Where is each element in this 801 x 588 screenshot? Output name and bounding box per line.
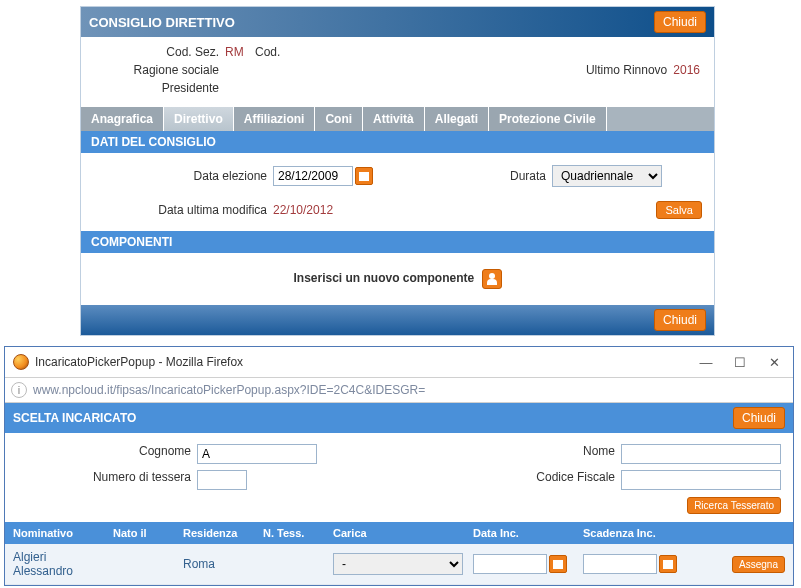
cell-scadenza-inc: Assegna — [579, 552, 789, 576]
tab-allegati[interactable]: Allegati — [425, 107, 489, 131]
tab-protezione-civile[interactable]: Protezione Civile — [489, 107, 607, 131]
scelta-incaricato-header: SCELTA INCARICATO Chiudi — [5, 403, 793, 433]
ultimo-rinnovo-value: 2016 — [673, 63, 700, 77]
maximize-button[interactable]: ☐ — [723, 351, 757, 373]
tabs: Anagrafica Direttivo Affiliazioni Coni A… — [81, 107, 714, 131]
add-person-icon[interactable] — [482, 269, 502, 289]
durata-select[interactable]: Quadriennale — [552, 165, 662, 187]
insert-component-label: Inserisci un nuovo componente — [293, 271, 474, 285]
table-row: Algieri Alessandro Roma - Assegna — [5, 544, 793, 585]
col-data-inc: Data Inc. — [469, 525, 579, 541]
cell-residenza: Roma — [179, 555, 259, 573]
data-ultima-modifica-label: Data ultima modifica — [93, 203, 273, 217]
tessera-label: Numero di tessera — [17, 470, 197, 490]
popup-window: IncaricatoPickerPopup - Mozilla Firefox … — [4, 346, 794, 586]
cognome-input[interactable] — [197, 444, 317, 464]
cf-label: Codice Fiscale — [511, 470, 621, 490]
address-bar: i www.npcloud.it/fipsas/IncaricatoPicker… — [5, 378, 793, 403]
presidente-label: Presidente — [95, 81, 225, 95]
popup-close-button[interactable]: Chiudi — [733, 407, 785, 429]
salva-button[interactable]: Salva — [656, 201, 702, 219]
data-inc-input[interactable] — [473, 554, 547, 574]
scadenza-inc-input[interactable] — [583, 554, 657, 574]
summary-block: Cod. Sez. RM Cod. Ragione sociale Ultimo… — [81, 37, 714, 107]
cell-ntess — [259, 562, 329, 566]
calendar-icon[interactable] — [355, 167, 373, 185]
cell-carica: - — [329, 551, 469, 577]
col-ntess: N. Tess. — [259, 525, 329, 541]
cf-input[interactable] — [621, 470, 781, 490]
assegna-button[interactable]: Assegna — [732, 556, 785, 573]
ricerca-tesserato-button[interactable]: Ricerca Tesserato — [687, 497, 781, 514]
calendar-icon[interactable] — [659, 555, 677, 573]
cod-sez-label: Cod. Sez. — [95, 45, 225, 59]
col-carica: Carica — [329, 525, 469, 541]
cod-label: Cod. — [255, 45, 280, 59]
col-scadenza-inc: Scadenza Inc. — [579, 525, 789, 541]
cell-data-inc — [469, 552, 579, 576]
results-table-header: Nominativo Nato il Residenza N. Tess. Ca… — [5, 522, 793, 544]
window-close-button[interactable]: ✕ — [757, 351, 791, 373]
col-nominativo: Nominativo — [9, 525, 109, 541]
tab-affiliazioni[interactable]: Affiliazioni — [234, 107, 316, 131]
consiglio-direttivo-panel: CONSIGLIO DIRETTIVO Chiudi Cod. Sez. RM … — [80, 6, 715, 336]
carica-select[interactable]: - — [333, 553, 463, 575]
dati-consiglio-body: Data elezione Durata Quadriennale Data u… — [81, 153, 714, 231]
componenti-body: Inserisci un nuovo componente — [81, 253, 714, 305]
tab-anagrafica[interactable]: Anagrafica — [81, 107, 164, 131]
close-button[interactable]: Chiudi — [654, 11, 706, 33]
cell-nominativo: Algieri Alessandro — [9, 548, 109, 580]
search-area: Cognome Nome Numero di tessera Codice Fi… — [5, 433, 793, 522]
data-elezione-label: Data elezione — [93, 169, 273, 183]
tessera-input[interactable] — [197, 470, 247, 490]
panel-footer: Chiudi — [81, 305, 714, 335]
cell-nato — [109, 562, 179, 566]
tab-coni[interactable]: Coni — [315, 107, 363, 131]
firefox-icon — [13, 354, 29, 370]
url-text[interactable]: www.npcloud.it/fipsas/IncaricatoPickerPo… — [33, 383, 425, 397]
window-titlebar: IncaricatoPickerPopup - Mozilla Firefox … — [5, 347, 793, 378]
ragione-sociale-label: Ragione sociale — [95, 63, 225, 77]
data-ultima-modifica-value: 22/10/2012 — [273, 203, 333, 217]
data-elezione-input[interactable] — [273, 166, 353, 186]
cod-sez-value: RM — [225, 45, 255, 59]
ultimo-rinnovo-label: Ultimo Rinnovo — [586, 63, 673, 77]
nome-label: Nome — [561, 444, 621, 464]
panel-title: CONSIGLIO DIRETTIVO — [89, 15, 235, 30]
window-title: IncaricatoPickerPopup - Mozilla Firefox — [35, 355, 689, 369]
minimize-button[interactable]: — — [689, 351, 723, 373]
col-residenza: Residenza — [179, 525, 259, 541]
panel-header: CONSIGLIO DIRETTIVO Chiudi — [81, 7, 714, 37]
footer-close-button[interactable]: Chiudi — [654, 309, 706, 331]
cognome-label: Cognome — [17, 444, 197, 464]
componenti-header: COMPONENTI — [81, 231, 714, 253]
scelta-incaricato-title: SCELTA INCARICATO — [13, 411, 136, 425]
tab-attivita[interactable]: Attività — [363, 107, 425, 131]
nome-input[interactable] — [621, 444, 781, 464]
durata-label: Durata — [492, 169, 552, 183]
info-icon[interactable]: i — [11, 382, 27, 398]
tab-direttivo[interactable]: Direttivo — [164, 107, 234, 131]
calendar-icon[interactable] — [549, 555, 567, 573]
dati-consiglio-header: DATI DEL CONSIGLIO — [81, 131, 714, 153]
col-nato-il: Nato il — [109, 525, 179, 541]
